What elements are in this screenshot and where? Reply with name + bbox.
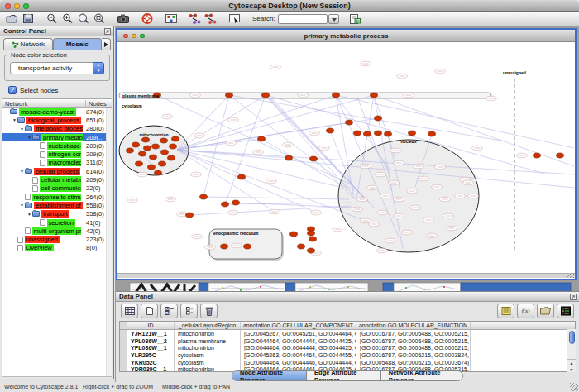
gene-node[interactable] [222,202,229,207]
search-input[interactable] [278,14,328,24]
gene-node[interactable] [375,116,382,121]
gene-node[interactable] [309,237,317,241]
gene-node[interactable] [308,231,315,236]
network-canvas[interactable]: plasma membranecytoplasmmitochondrionnuc… [117,42,575,273]
help-icon[interactable] [139,12,155,25]
gene-node[interactable] [168,155,175,160]
search-dropdown-button[interactable] [328,14,339,24]
expander-icon[interactable] [19,203,25,208]
zoom-fit-icon[interactable] [91,12,107,25]
edge[interactable] [266,95,352,194]
tree-row[interactable]: nucleobase-209(0) [2,141,112,150]
gene-node[interactable] [258,136,266,141]
gene-node[interactable] [155,170,162,175]
gene-node[interactable] [385,131,392,136]
tree-row[interactable]: macromolecule311(0) [2,159,112,167]
gene-node[interactable] [298,244,305,249]
gene-node[interactable] [226,93,233,98]
expander-icon[interactable] [26,135,32,140]
import-table-icon[interactable] [347,12,363,25]
create-attribute-icon[interactable] [141,304,158,318]
tree-row[interactable]: biological_process651(0) [2,116,112,124]
gene-node[interactable] [139,151,146,156]
gene-node[interactable] [557,153,564,158]
network-window[interactable]: primary metabolic process plasma membran… [116,28,577,280]
edge[interactable] [336,95,574,148]
edge[interactable] [203,197,349,199]
gene-node[interactable] [144,146,151,151]
tree-row[interactable]: cellular metabol209(0) [2,175,112,184]
column-header-region[interactable]: _cellularLayoutRegion [175,322,241,329]
tree-row[interactable]: Overview8(0) [2,244,112,252]
table-row[interactable]: YJR121W__1mitochondrion[GO:0045267, GO:0… [120,330,575,337]
gene-node[interactable] [534,153,541,158]
frame-resize-grip[interactable] [567,274,574,278]
gene-node[interactable] [148,165,156,170]
table-row[interactable]: YLR295Ccytoplasm[GO:0045263, GO:0044464,… [120,351,575,359]
gene-node[interactable] [159,161,166,166]
float-panel-icon[interactable] [104,28,111,35]
tree-row[interactable]: mosaic-demo-yeast874(0) [2,108,112,116]
tree-row[interactable]: primary metabo209(... [2,133,112,141]
gene-node[interactable] [221,244,228,249]
scrollbar-arrows[interactable]: ▲▼ [567,359,576,372]
zoom-selected-icon[interactable] [75,12,91,25]
matrix-view-icon[interactable] [557,304,574,318]
annotation-icon[interactable] [227,12,242,25]
tab-mosaic[interactable]: Mosaic [53,38,103,50]
gene-node[interactable] [161,150,169,155]
gene-node[interactable] [354,131,361,136]
tab-overflow-button[interactable] [102,38,111,50]
gene-node[interactable] [172,136,179,141]
attribute-batch-icon[interactable] [497,304,514,318]
gene-node[interactable] [285,155,293,160]
network-window-titlebar[interactable]: primary metabolic process [117,30,575,42]
tab-network-attribute-browser[interactable]: Network Attribute Browser [381,371,462,380]
tree-row[interactable]: establishment of lo558(0) [2,201,112,209]
window-titlebar[interactable]: Cytoscape Desktop (New Session) [0,0,579,12]
gene-node[interactable] [290,232,298,237]
open-icon[interactable] [4,12,20,25]
gene-node[interactable] [127,148,134,153]
layout-b-icon[interactable] [203,12,218,25]
gene-node[interactable] [142,137,150,142]
tree-row[interactable]: secretion41(0) [2,218,112,227]
gene-node[interactable] [150,155,157,160]
unselect-attributes-icon[interactable] [180,304,198,318]
gene-node[interactable] [375,131,382,136]
attribute-grid-icon[interactable] [121,304,138,318]
node-color-select[interactable]: transporter activity ▲▼ [10,62,104,74]
tree-row[interactable]: multi-organism pro42(0) [2,227,112,235]
edge[interactable] [229,95,352,189]
tree-row[interactable]: metabolic process280(0) [2,125,112,133]
table-row[interactable]: YKR052Ccytoplasm[GO:0044464, GO:0044446,… [120,359,575,366]
edge[interactable] [225,95,266,204]
scrollbar-thumb[interactable] [569,331,575,344]
column-header-molecular-function[interactable]: annotation.GO MOLECULAR_FUNCTION [356,322,471,329]
expander-icon[interactable] [19,169,25,174]
gene-node[interactable] [346,120,353,125]
select-nodes-checkbox[interactable] [8,86,17,94]
select-attributes-icon[interactable] [160,304,178,318]
window-resize-grip[interactable] [570,383,578,391]
edge[interactable] [270,98,371,204]
gene-node[interactable] [428,131,436,136]
save-icon[interactable] [20,12,36,25]
gene-node[interactable] [200,194,208,199]
gene-node[interactable] [170,144,177,149]
expander-icon[interactable] [19,127,25,131]
column-header-cellular-component[interactable]: annotation.GO CELLULAR_COMPONENT [241,322,356,329]
gene-node[interactable] [152,144,160,149]
gene-node[interactable] [310,156,318,161]
tree-row[interactable]: cellular process614(0) [2,167,112,175]
gene-node[interactable] [364,131,371,136]
gene-node[interactable] [308,248,315,253]
gene-node[interactable] [333,93,340,98]
tree-row[interactable]: cell communicat22(0) [2,184,112,193]
expander-icon[interactable] [12,117,17,122]
tree-row[interactable]: transport558(0) [2,210,112,218]
gene-node[interactable] [232,200,240,205]
delete-attribute-icon[interactable] [200,304,218,318]
gene-node[interactable] [371,93,378,98]
function-builder-icon[interactable]: f(x) [517,304,534,318]
